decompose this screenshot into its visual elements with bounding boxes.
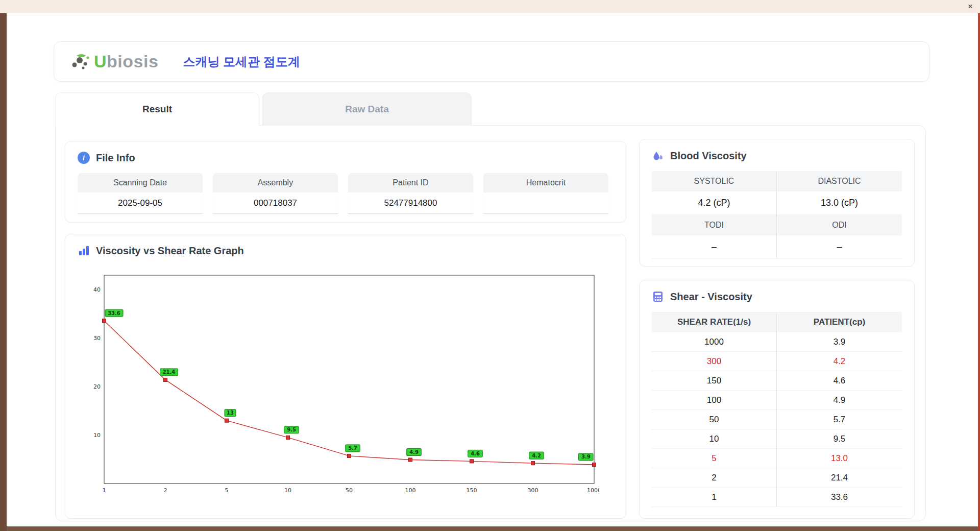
blood-viscosity-panel: Blood Viscosity SYSTOLIC DIASTOLIC 4.2 (… bbox=[639, 139, 915, 267]
shear-table-header: SHEAR RATE(1/s) PATIENT(cp) bbox=[652, 312, 902, 332]
window-titlebar: × bbox=[0, 0, 980, 13]
shear-viscosity-title-row: Shear - Viscosity bbox=[640, 280, 914, 308]
svg-text:2: 2 bbox=[164, 487, 167, 494]
tab-bar: Result Raw Data bbox=[55, 92, 472, 126]
svg-text:150: 150 bbox=[467, 487, 477, 494]
svg-text:33.6: 33.6 bbox=[108, 310, 120, 316]
diastolic-value: 13.0 (cP) bbox=[777, 191, 902, 215]
shear-rate-cell: 10 bbox=[652, 429, 777, 449]
diastolic-label: DIASTOLIC bbox=[777, 171, 902, 191]
patient-viscosity-cell: 3.9 bbox=[777, 332, 902, 352]
tab-raw-data-label: Raw Data bbox=[345, 104, 389, 115]
svg-text:10: 10 bbox=[93, 432, 101, 439]
patient-viscosity-cell: 4.6 bbox=[777, 371, 902, 391]
chart-svg: 102030401251050100150300100033.621.4139.… bbox=[81, 265, 599, 499]
svg-text:1: 1 bbox=[103, 487, 106, 494]
brand-name: Ubiosis bbox=[94, 52, 158, 71]
shear-table-body: 10003.93004.21504.61004.9505.7109.5513.0… bbox=[652, 332, 902, 507]
shear-rate-cell: 1 bbox=[652, 488, 777, 507]
field-value: 000718037 bbox=[213, 192, 338, 214]
svg-text:1000: 1000 bbox=[587, 487, 599, 494]
app-window: Ubiosis 스캐닝 모세관 점도계 Result Raw Data i Fi… bbox=[7, 13, 978, 526]
field-value: 52477914800 bbox=[348, 192, 473, 214]
desktop: × Ubiosis 스캐닝 모세관 점도계 Result bbox=[0, 0, 980, 531]
shear-table-row: 1504.6 bbox=[652, 371, 902, 391]
shear-rate-cell: 50 bbox=[652, 410, 777, 429]
svg-text:5.7: 5.7 bbox=[348, 445, 357, 451]
todi-value: – bbox=[652, 235, 777, 259]
patient-viscosity-cell: 4.2 bbox=[777, 352, 902, 371]
shear-table-row: 505.7 bbox=[652, 410, 902, 429]
svg-text:30: 30 bbox=[93, 335, 101, 342]
field-scanning-date: Scanning Date 2025-09-05 bbox=[78, 173, 203, 214]
shear-table-row: 221.4 bbox=[652, 468, 902, 488]
info-icon: i bbox=[78, 152, 90, 164]
shear-rate-column-header: SHEAR RATE(1/s) bbox=[652, 312, 777, 332]
svg-text:50: 50 bbox=[346, 487, 353, 494]
svg-text:100: 100 bbox=[405, 487, 416, 494]
header: Ubiosis 스캐닝 모세관 점도계 bbox=[54, 41, 929, 82]
shear-rate-cell: 2 bbox=[652, 468, 777, 488]
file-info-fields: Scanning Date 2025-09-05 Assembly 000718… bbox=[65, 169, 626, 214]
field-value: 2025-09-05 bbox=[78, 192, 203, 214]
viscosity-shear-chart: 102030401251050100150300100033.621.4139.… bbox=[65, 262, 626, 501]
svg-text:4.6: 4.6 bbox=[471, 451, 480, 456]
patient-column-header: PATIENT(cp) bbox=[777, 312, 902, 332]
svg-text:40: 40 bbox=[93, 286, 101, 293]
shear-viscosity-panel: Shear - Viscosity SHEAR RATE(1/s) PATIEN… bbox=[639, 280, 915, 519]
shear-viscosity-title: Shear - Viscosity bbox=[670, 291, 752, 303]
field-label: Hematocrit bbox=[483, 173, 608, 192]
shear-rate-cell: 300 bbox=[652, 352, 777, 371]
shear-rate-cell: 100 bbox=[652, 391, 777, 410]
tab-result-label: Result bbox=[142, 104, 172, 115]
blood-viscosity-title-row: Blood Viscosity bbox=[640, 139, 914, 167]
shear-table-row: 1004.9 bbox=[652, 391, 902, 410]
field-label: Scanning Date bbox=[78, 173, 203, 192]
graph-title: Viscosity vs Shear Rate Graph bbox=[96, 245, 244, 257]
patient-viscosity-cell: 5.7 bbox=[777, 410, 902, 429]
droplet-icon bbox=[652, 150, 664, 162]
file-info-title: File Info bbox=[96, 152, 135, 164]
patient-viscosity-cell: 13.0 bbox=[777, 449, 902, 468]
svg-text:5: 5 bbox=[225, 487, 229, 494]
field-label: Assembly bbox=[213, 173, 338, 192]
shear-table-row: 109.5 bbox=[652, 429, 902, 449]
odi-value: – bbox=[777, 235, 902, 259]
shear-rate-cell: 5 bbox=[652, 449, 777, 468]
desktop-edge-bottom bbox=[0, 526, 980, 531]
odi-label: ODI bbox=[777, 215, 902, 235]
field-assembly: Assembly 000718037 bbox=[213, 173, 338, 214]
svg-text:9.5: 9.5 bbox=[287, 427, 296, 432]
svg-text:300: 300 bbox=[528, 487, 538, 494]
tab-result[interactable]: Result bbox=[55, 92, 259, 126]
patient-viscosity-cell: 33.6 bbox=[777, 488, 902, 507]
svg-text:13: 13 bbox=[227, 410, 234, 416]
shear-table-row: 3004.2 bbox=[652, 352, 902, 371]
close-button[interactable]: × bbox=[968, 1, 973, 12]
patient-viscosity-cell: 9.5 bbox=[777, 429, 902, 449]
svg-text:20: 20 bbox=[93, 383, 101, 390]
systolic-value: 4.2 (cP) bbox=[652, 191, 777, 215]
shear-table-row: 513.0 bbox=[652, 449, 902, 468]
svg-text:4.2: 4.2 bbox=[532, 453, 541, 458]
calculator-icon bbox=[652, 291, 664, 303]
svg-text:3.9: 3.9 bbox=[581, 454, 591, 460]
ubiosis-logo-icon bbox=[69, 52, 92, 72]
patient-viscosity-cell: 21.4 bbox=[777, 468, 902, 488]
page-title: 스캐닝 모세관 점도계 bbox=[183, 54, 300, 70]
field-label: Patient ID bbox=[348, 173, 473, 192]
graph-panel: Viscosity vs Shear Rate Graph 1020304012… bbox=[65, 234, 626, 519]
field-hematocrit: Hematocrit bbox=[483, 173, 608, 214]
shear-rate-cell: 150 bbox=[652, 371, 777, 391]
svg-text:4.9: 4.9 bbox=[409, 449, 419, 455]
shear-rate-cell: 1000 bbox=[652, 332, 777, 352]
patient-viscosity-cell: 4.9 bbox=[777, 391, 902, 410]
bar-chart-icon bbox=[78, 245, 90, 257]
field-value bbox=[483, 192, 608, 214]
tab-raw-data[interactable]: Raw Data bbox=[262, 92, 472, 126]
svg-text:21.4: 21.4 bbox=[163, 369, 176, 375]
result-content: i File Info Scanning Date 2025-09-05 Ass… bbox=[55, 125, 926, 521]
blood-viscosity-title: Blood Viscosity bbox=[670, 150, 747, 162]
shear-viscosity-table: SHEAR RATE(1/s) PATIENT(cp) 10003.93004.… bbox=[652, 312, 902, 507]
todi-label: TODI bbox=[652, 215, 777, 235]
